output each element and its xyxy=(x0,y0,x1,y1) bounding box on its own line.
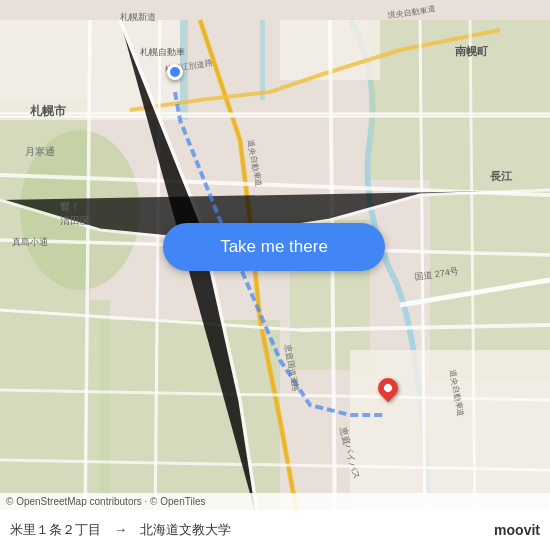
map-container: 札幌市 南幌町 長江 月寒通 真島小通 響！清田区 道央自動車道 境央自動車道 … xyxy=(0,0,550,550)
moovit-text: moovit xyxy=(494,522,540,538)
moovit-logo: moovit xyxy=(494,522,540,538)
map-background xyxy=(0,0,550,550)
svg-rect-1 xyxy=(260,20,265,100)
attribution-bar: © OpenStreetMap contributors · © OpenTil… xyxy=(0,493,550,510)
route-text: 米里１条２丁目 → 北海道文教大学 xyxy=(10,521,231,539)
take-me-there-button[interactable]: Take me there xyxy=(163,223,385,271)
bottom-bar: 米里１条２丁目 → 北海道文教大学 moovit xyxy=(0,510,550,550)
svg-line-22 xyxy=(330,20,335,530)
destination-marker xyxy=(378,378,398,406)
svg-rect-6 xyxy=(370,20,550,180)
origin-marker xyxy=(167,64,183,80)
